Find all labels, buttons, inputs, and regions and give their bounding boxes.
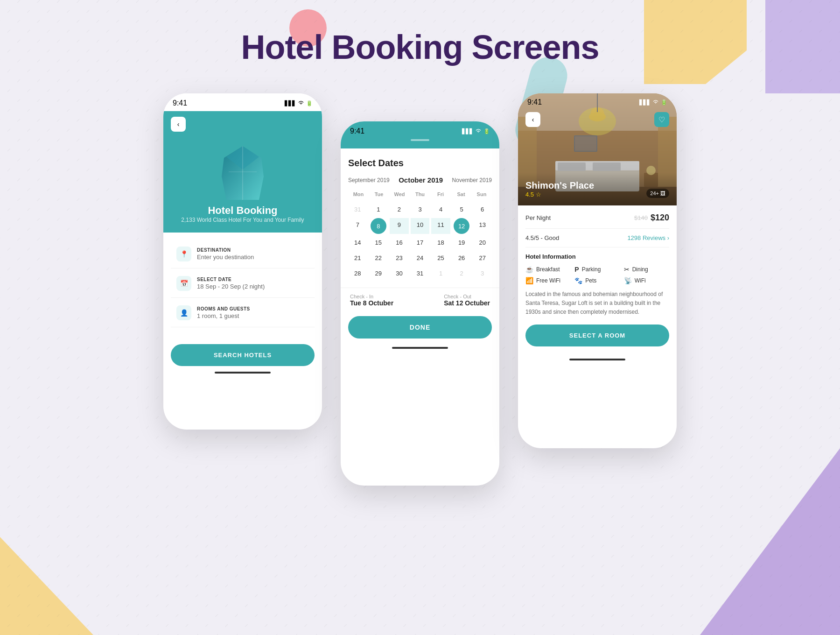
cal-day[interactable]: 21: [348, 251, 367, 265]
cal-day[interactable]: 20: [473, 236, 492, 249]
cal-day[interactable]: 31: [348, 203, 367, 216]
drag-handle: [411, 139, 429, 141]
cal-day-selected-start[interactable]: 8: [371, 218, 386, 234]
cal-day-range[interactable]: 10: [411, 218, 430, 234]
search-hotels-button[interactable]: SEARCH HOTELS: [171, 344, 315, 366]
cal-day[interactable]: 2: [390, 203, 409, 216]
destination-value: Enter you destination: [197, 254, 254, 261]
cal-day[interactable]: 16: [390, 236, 409, 249]
page-title: Hotel Booking Screens: [0, 28, 840, 66]
date-value: 18 Sep - 20 Sep (2 night): [197, 283, 265, 290]
done-button[interactable]: DONE: [348, 316, 492, 339]
cal-day-range[interactable]: 11: [431, 218, 450, 234]
pets-label: Pets: [585, 277, 596, 284]
cal-day[interactable]: 4: [431, 203, 450, 216]
cal-day[interactable]: 2: [452, 267, 471, 280]
cal-day[interactable]: 3: [473, 267, 492, 280]
favorite-button[interactable]: ♡: [654, 112, 669, 127]
destination-row[interactable]: 📍 DESTINATION Enter you destination: [171, 240, 315, 268]
cal-day[interactable]: 7: [348, 218, 367, 234]
cal-day[interactable]: 27: [473, 251, 492, 265]
amenity-parking: P Parking: [574, 266, 620, 273]
wifi-icon-2: [475, 128, 482, 134]
back-button-1[interactable]: ‹: [171, 117, 186, 132]
cal-day[interactable]: 14: [348, 236, 367, 249]
calendar-grid: 31 1 2 3 4 5 6 7 8 9 10 11 12 13 14 15 1…: [348, 203, 492, 280]
parking-icon: P: [574, 266, 579, 273]
cal-day[interactable]: 28: [348, 267, 367, 280]
photos-count: 24+ 🖼: [646, 189, 669, 198]
cal-day[interactable]: 15: [369, 236, 388, 249]
wifi-label: WiFi: [635, 277, 646, 284]
wifi-icon-3: [652, 99, 659, 105]
calendar-section: Select Dates September 2019 October 2019…: [341, 148, 499, 288]
status-bar-3: 9:41 ▋▋▋ 🔋: [518, 93, 677, 110]
weekday-fri: Fri: [430, 190, 451, 199]
location-icon: 📍: [176, 247, 191, 261]
score: 4.5/5 - Good: [525, 234, 559, 241]
cal-day[interactable]: 26: [452, 251, 471, 265]
cal-day[interactable]: 3: [411, 203, 430, 216]
cal-day[interactable]: 17: [411, 236, 430, 249]
cal-day[interactable]: 1: [369, 203, 388, 216]
phone-detail: 9:41 ▋▋▋ 🔋 ‹ ♡: [518, 93, 677, 448]
battery-icon-2: 🔋: [483, 128, 490, 134]
back-button-3[interactable]: ‹: [525, 112, 540, 127]
prev-month[interactable]: September 2019: [348, 177, 390, 183]
person-icon: 👤: [176, 305, 191, 320]
breakfast-label: Breakfast: [536, 266, 560, 273]
select-room-button[interactable]: SELECT A ROOM: [525, 325, 669, 346]
rooms-field: ROOMS AND GUESTS 1 room, 1 guest: [197, 306, 250, 319]
cal-day-range[interactable]: 9: [390, 218, 409, 234]
check-in-value: Tue 8 Octuber: [350, 299, 393, 307]
date-label: SELECT DATE: [197, 277, 265, 282]
wifi-icon-1: [298, 100, 304, 106]
cal-day[interactable]: 24: [411, 251, 430, 265]
freewifi-label: Free WiFi: [536, 277, 560, 284]
weekday-thu: Thu: [410, 190, 430, 199]
cal-day[interactable]: 30: [390, 267, 409, 280]
detail-section: Per Night $140 $120 4.5/5 - Good 1298 Re…: [518, 205, 677, 354]
rooms-value: 1 room, 1 guest: [197, 312, 250, 319]
check-out-label: Check - Out: [444, 294, 490, 299]
home-indicator-3: [569, 359, 625, 360]
time-1: 9:41: [173, 99, 187, 107]
cal-day[interactable]: 29: [369, 267, 388, 280]
pets-icon: 🐾: [574, 277, 582, 284]
building-illustration: [215, 144, 271, 205]
check-out-value: Sat 12 Octuber: [444, 299, 490, 307]
reviews-link[interactable]: 1298 Reviews ›: [627, 234, 669, 241]
cal-day[interactable]: 13: [473, 218, 492, 234]
date-field: SELECT DATE 18 Sep - 20 Sep (2 night): [197, 277, 265, 290]
cal-day[interactable]: 31: [411, 267, 430, 280]
time-3: 9:41: [527, 98, 542, 106]
hotel-overlay: Shimon's Place 4.5 ☆ 24+ 🖼: [518, 173, 677, 205]
date-row[interactable]: 📅 SELECT DATE 18 Sep - 20 Sep (2 night): [171, 269, 315, 298]
rating-value: 4.5: [525, 191, 534, 198]
rooms-row[interactable]: 👤 ROOMS AND GUESTS 1 room, 1 guest: [171, 299, 315, 327]
new-price: $120: [651, 213, 669, 223]
battery-icon-1: 🔋: [306, 100, 313, 106]
month-navigation: September 2019 October 2019 November 201…: [348, 176, 492, 184]
cal-day[interactable]: 1: [431, 267, 450, 280]
cal-day[interactable]: 18: [431, 236, 450, 249]
hotel-info-title: Hotel Information: [525, 253, 669, 260]
weekday-sat: Sat: [451, 190, 471, 199]
amenities-grid: ☕ Breakfast P Parking ✂ Dining 📶 Free Wi…: [525, 266, 669, 284]
hero-section: ‹ Hotel Booking 2,133 World Class Hotel …: [163, 111, 322, 233]
amenity-breakfast: ☕ Breakfast: [525, 266, 571, 273]
next-month[interactable]: November 2019: [452, 177, 492, 183]
cal-day[interactable]: 25: [431, 251, 450, 265]
cal-day[interactable]: 5: [452, 203, 471, 216]
per-night-label: Per Night: [525, 214, 551, 221]
parking-label: Parking: [582, 266, 601, 273]
signal-icon-1: ▋▋▋: [285, 100, 296, 106]
cal-day[interactable]: 6: [473, 203, 492, 216]
breakfast-icon: ☕: [525, 266, 533, 273]
cal-day-selected-end[interactable]: 12: [454, 218, 469, 234]
amenity-wifi: 📡 WiFi: [624, 277, 669, 284]
cal-day[interactable]: 19: [452, 236, 471, 249]
cal-day[interactable]: 22: [369, 251, 388, 265]
cal-day[interactable]: 23: [390, 251, 409, 265]
old-price: $140: [634, 214, 648, 221]
